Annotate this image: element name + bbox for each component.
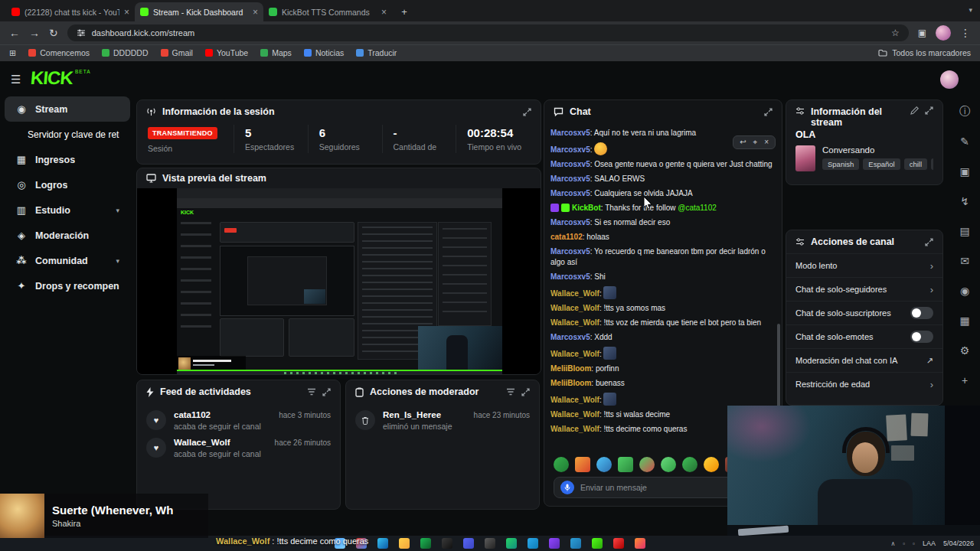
reply-icon[interactable]: ↩ (740, 139, 746, 146)
chat-message[interactable]: Marcosxv5: Yo recuerdo q me banearon tbm… (544, 244, 782, 269)
chat-emote[interactable] (603, 286, 616, 299)
info-icon[interactable]: ⓘ (956, 103, 974, 121)
keyboard-layout-label[interactable]: LAA (923, 540, 936, 547)
channel-action-restricci-n-de-edad[interactable]: Restricción de edad› (786, 372, 942, 396)
feed-item[interactable]: ♥ cata1102 acaba de seguir el canal hace… (137, 403, 340, 431)
chat-username[interactable]: cata1102 (550, 233, 583, 241)
chat-username[interactable]: Wallace_Wolf (550, 350, 599, 358)
user-avatar[interactable] (940, 70, 959, 89)
chat-settings-icon[interactable]: ✉ (956, 252, 974, 270)
channel-action-modo-lento[interactable]: Modo lento› (786, 253, 942, 277)
chat-message[interactable]: MeliiBloom: buenass (544, 376, 782, 390)
feed-item-user[interactable]: Ren_Is_Heree (383, 410, 466, 419)
popout-icon[interactable] (925, 238, 933, 246)
taskbar-twitch-icon[interactable] (549, 538, 560, 549)
chat-username[interactable]: Marcosxv5 (550, 218, 590, 227)
chat-message[interactable]: Marcosxv5: ↩ ⌖ × (544, 140, 782, 157)
taskbar-discord-icon[interactable] (463, 538, 474, 549)
chat-username[interactable]: MeliiBloom (550, 379, 591, 387)
stream-tag[interactable]: Español (863, 158, 900, 170)
taskbar-telegram-icon[interactable] (528, 538, 538, 549)
chat-message[interactable]: Wallace_Wolf: (544, 344, 782, 361)
clock-date[interactable]: 5/04/2026 (943, 540, 974, 547)
back-button[interactable]: ← (9, 28, 20, 38)
emote-fire[interactable] (575, 457, 590, 472)
chat-emote[interactable] (603, 393, 616, 406)
filter-icon[interactable] (506, 388, 515, 396)
taskbar-youtube-icon[interactable] (613, 538, 624, 549)
taskbar-vscode-icon[interactable] (570, 538, 581, 549)
emote-yellow[interactable] (704, 457, 719, 472)
bookmark-item[interactable]: Maps (260, 48, 292, 57)
popout-icon[interactable] (523, 108, 531, 116)
chat-message-list[interactable]: Marcosxv5: Aquí no te vera ni una lagrim… (544, 123, 782, 454)
extensions-icon[interactable]: ▣ (918, 28, 926, 38)
chat-message[interactable]: cata1102: holaas (544, 230, 782, 244)
tab-search-caret-icon[interactable]: ▾ (969, 6, 972, 14)
chat-message[interactable]: Marcosxv5: Osea gente nueva o gente q qu… (544, 157, 782, 171)
delete-icon[interactable]: × (764, 139, 769, 146)
menu-hamburger-icon[interactable]: ☰ (11, 73, 21, 86)
sidebar-item-moderaci-n[interactable]: ◈ Moderación (5, 223, 130, 248)
sidebar-item-servidor-y-clave-de-retransm[interactable]: Servidor y clave de retransm (5, 122, 130, 147)
emote-green-2[interactable] (661, 457, 676, 472)
sidebar-item-ingresos[interactable]: ▦ Ingresos (5, 147, 130, 172)
mic-icon[interactable] (560, 481, 574, 494)
chat-message[interactable]: Marcosxv5: Shi (544, 269, 782, 284)
taskbar-kick-icon[interactable] (592, 538, 603, 549)
taskbar-instagram-icon[interactable] (635, 538, 645, 549)
forward-button[interactable]: → (29, 28, 40, 38)
bookmark-item[interactable]: Noticias (304, 48, 344, 57)
new-tab-button[interactable]: + (397, 4, 412, 19)
edit-pencil-icon[interactable] (910, 106, 919, 115)
settings-icon[interactable]: ⚙ (956, 341, 974, 360)
chat-username[interactable]: Wallace_Wolf (550, 396, 599, 404)
address-bar[interactable]: dashboard.kick.com/stream ☆ (67, 24, 909, 41)
bookmark-item[interactable]: Gmail (161, 48, 193, 57)
emote-green-3[interactable] (682, 457, 697, 472)
chat-username[interactable]: Marcosxv5 (550, 145, 590, 154)
sidebar-item-drops-y-recompensas[interactable]: ✦ Drops y recompensas (5, 273, 130, 298)
url-text[interactable]: dashboard.kick.com/stream (92, 28, 195, 37)
chat-username[interactable]: Marcosxv5 (550, 160, 590, 168)
tab-close-icon[interactable]: × (381, 7, 387, 18)
apps-grid-icon[interactable]: ⊞ (9, 48, 16, 58)
broadcast-icon[interactable]: ◉ (956, 282, 974, 300)
sidebar-item-estudio[interactable]: ▥ Estudio ▾ (5, 197, 130, 223)
chat-message[interactable]: Wallace_Wolf: (544, 284, 782, 301)
browser-menu-icon[interactable]: ⋮ (960, 28, 971, 38)
taskbar-obs-icon[interactable] (485, 538, 495, 549)
browser-tab[interactable]: Stream - Kick Dashboard × (135, 2, 263, 21)
feed-item-user[interactable]: cata1102 (174, 410, 271, 419)
chat-message[interactable]: Wallace_Wolf: !tts ya somos mas (544, 301, 782, 315)
chat-username[interactable]: Wallace_Wolf (550, 304, 599, 312)
emote-globe[interactable] (596, 457, 612, 472)
chat-username[interactable]: Wallace_Wolf (550, 289, 599, 298)
kick-logo[interactable]: KICK (30, 67, 74, 89)
invite-icon[interactable]: + (956, 371, 974, 390)
stream-tag[interactable]: Spanish (822, 158, 859, 170)
boost-icon[interactable]: ↯ (956, 192, 974, 210)
chat-username[interactable]: Marcosxv5 (550, 272, 590, 281)
chat-emote[interactable] (594, 142, 607, 155)
pin-icon[interactable]: ⌖ (753, 139, 758, 146)
chat-username[interactable]: Marcosxv5 (550, 189, 590, 197)
reload-button[interactable]: ↻ (49, 28, 58, 38)
channel-action-moderaci-n-del-chat-con-ia[interactable]: Moderación del chat con IA↗ (786, 348, 942, 372)
site-settings-icon[interactable] (77, 28, 86, 37)
channel-action-chat-de-solo-seguidores[interactable]: Chat de solo-seguidores› (786, 277, 942, 301)
layout-icon[interactable]: ▦ (956, 311, 974, 330)
taskbar-spotify-icon[interactable] (420, 538, 431, 549)
chat-username[interactable]: Wallace_Wolf (550, 425, 599, 433)
chat-message[interactable]: MeliiBloom: porfinn (544, 361, 782, 376)
camera-icon[interactable]: ▣ (956, 162, 974, 181)
popout-icon[interactable] (925, 106, 933, 115)
tray-volume-icon[interactable]: ▫ (913, 540, 915, 547)
chat-username[interactable]: Marcosxv5 (550, 174, 590, 183)
emote-green-face[interactable] (554, 457, 569, 472)
chat-username[interactable]: Marcosxv5 (550, 333, 590, 341)
tray-chevron-icon[interactable]: ∧ (890, 540, 895, 547)
stream-tag[interactable]: fu (931, 158, 933, 170)
chat-message[interactable]: Marcosxv5: Xddd (544, 330, 782, 344)
sidebar-item-comunidad[interactable]: ⁂ Comunidad ▾ (5, 248, 130, 273)
